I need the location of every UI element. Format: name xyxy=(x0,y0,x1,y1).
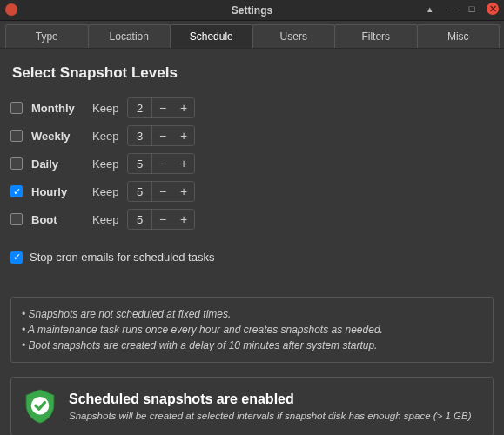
daily-checkbox[interactable] xyxy=(10,157,23,170)
info-line-3: • Boot snapshots are created with a dela… xyxy=(22,338,482,353)
daily-increment[interactable]: + xyxy=(173,154,194,173)
weekly-checkbox[interactable] xyxy=(10,130,23,142)
monthly-stepper[interactable]: 2 − + xyxy=(127,97,195,118)
hourly-value: 5 xyxy=(128,182,152,201)
boot-decrement[interactable]: − xyxy=(152,210,173,229)
tab-location[interactable]: Location xyxy=(88,24,171,48)
app-icon xyxy=(5,3,17,16)
status-text: Scheduled snapshots are enabled Snapshot… xyxy=(69,392,472,421)
keep-label: Keep xyxy=(92,130,118,143)
weekly-value: 3 xyxy=(128,126,152,145)
hourly-increment[interactable]: + xyxy=(173,182,194,201)
info-line-2: • A maintenance task runs once every hou… xyxy=(22,322,482,338)
content-area: Select Snapshot Levels Monthly Keep 2 − … xyxy=(0,49,504,435)
level-row-monthly: Monthly Keep 2 − + xyxy=(10,94,494,122)
weekly-decrement[interactable]: − xyxy=(152,126,173,145)
boot-value: 5 xyxy=(128,210,152,229)
tab-filters[interactable]: Filters xyxy=(334,24,418,48)
monthly-decrement[interactable]: − xyxy=(152,98,173,117)
maximize-icon[interactable]: □ xyxy=(466,3,478,15)
level-row-hourly: Hourly Keep 5 − + xyxy=(10,177,494,205)
close-icon[interactable]: ✕ xyxy=(487,3,499,15)
boot-stepper[interactable]: 5 − + xyxy=(127,209,195,230)
hourly-decrement[interactable]: − xyxy=(152,182,173,201)
keep-label: Keep xyxy=(92,157,118,171)
page-title: Select Snapshot Levels xyxy=(12,64,494,82)
monthly-value: 2 xyxy=(128,98,152,117)
boot-label: Boot xyxy=(31,213,84,226)
boot-increment[interactable]: + xyxy=(173,210,194,229)
keep-above-icon[interactable]: ▴ xyxy=(424,3,436,15)
window-title: Settings xyxy=(232,4,272,17)
cron-row: Stop cron emails for scheduled tasks xyxy=(10,251,494,264)
monthly-checkbox[interactable] xyxy=(10,102,23,114)
tab-schedule[interactable]: Schedule xyxy=(170,24,253,48)
daily-decrement[interactable]: − xyxy=(152,154,173,173)
daily-stepper[interactable]: 5 − + xyxy=(127,153,195,174)
window-controls: ▴ — □ ✕ xyxy=(424,3,499,15)
weekly-label: Weekly xyxy=(31,130,84,143)
level-row-boot: Boot Keep 5 − + xyxy=(10,205,494,233)
level-row-daily: Daily Keep 5 − + xyxy=(10,150,494,177)
titlebar: Settings ▴ — □ ✕ xyxy=(0,0,504,21)
weekly-stepper[interactable]: 3 − + xyxy=(127,125,195,146)
keep-label: Keep xyxy=(92,185,118,198)
status-subtitle: Snapshots will be created at selected in… xyxy=(69,411,472,421)
boot-checkbox[interactable] xyxy=(10,213,23,225)
cron-checkbox[interactable] xyxy=(10,251,23,264)
shield-check-icon xyxy=(24,388,57,425)
monthly-label: Monthly xyxy=(31,102,84,115)
tab-misc[interactable]: Misc xyxy=(417,24,501,48)
tab-type[interactable]: Type xyxy=(5,24,89,48)
monthly-increment[interactable]: + xyxy=(173,98,194,117)
hourly-checkbox[interactable] xyxy=(10,185,23,197)
hourly-stepper[interactable]: 5 − + xyxy=(127,181,195,202)
daily-value: 5 xyxy=(128,154,152,173)
status-title: Scheduled snapshots are enabled xyxy=(69,392,472,407)
level-row-weekly: Weekly Keep 3 − + xyxy=(10,122,494,150)
weekly-increment[interactable]: + xyxy=(173,126,194,145)
minimize-icon[interactable]: — xyxy=(445,3,457,15)
keep-label: Keep xyxy=(92,102,118,115)
info-line-1: • Snapshots are not scheduled at fixed t… xyxy=(22,306,482,322)
tab-users[interactable]: Users xyxy=(252,24,336,48)
hourly-label: Hourly xyxy=(31,185,84,198)
info-box: • Snapshots are not scheduled at fixed t… xyxy=(10,297,494,363)
daily-label: Daily xyxy=(31,157,84,171)
keep-label: Keep xyxy=(92,213,118,226)
tab-bar: Type Location Schedule Users Filters Mis… xyxy=(0,21,504,49)
cron-label: Stop cron emails for scheduled tasks xyxy=(30,251,214,264)
status-box: Scheduled snapshots are enabled Snapshot… xyxy=(10,377,494,435)
